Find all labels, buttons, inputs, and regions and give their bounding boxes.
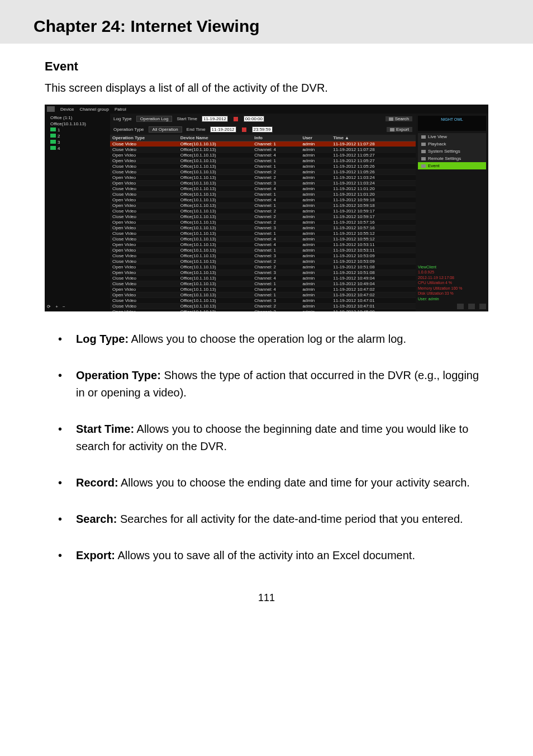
table-cell: admin xyxy=(300,304,331,309)
export-button-label: Export xyxy=(396,127,409,132)
bullet-term: Log Type: xyxy=(76,333,129,345)
tab-label: Remote Settings xyxy=(428,156,461,161)
table-row[interactable]: Open VideoOffice(10.1.10.13)Channel: 2ad… xyxy=(110,220,416,225)
table-row[interactable]: Open VideoOffice(10.1.10.13)Channel: 4ad… xyxy=(110,242,416,248)
table-cell: Open Video xyxy=(110,248,178,253)
page-number: 111 xyxy=(45,592,488,604)
table-row[interactable]: Close VideoOffice(10.1.10.13)Channel: 4a… xyxy=(110,237,416,242)
table-cell: 11-19-2012 10:55:12 xyxy=(331,237,416,242)
topbar-tab[interactable]: Device xyxy=(60,107,74,112)
table-row[interactable]: Close VideoOffice(10.1.10.13)Channel: 4a… xyxy=(110,147,416,153)
table-cell: Office(10.1.10.13) xyxy=(178,259,253,264)
table-row[interactable]: Close VideoOffice(10.1.10.13)Channel: 4a… xyxy=(110,186,416,192)
table-row[interactable]: Close VideoOffice(10.1.10.13)Channel: 3a… xyxy=(110,253,416,259)
table-header-cell[interactable]: User xyxy=(300,135,331,141)
topbar-tab[interactable]: Channel group xyxy=(79,107,108,112)
device-list[interactable]: Office (1:1) Office(10.1.10.13) 1 2 3 4 xyxy=(47,115,108,152)
table-row[interactable]: Open VideoOffice(10.1.10.13)Channel: 4ad… xyxy=(110,153,416,158)
device-root[interactable]: Office (1:1) xyxy=(47,115,108,121)
end-time-input[interactable]: 23:59:59 xyxy=(252,126,273,133)
table-cell: 11-19-2012 10:53:11 xyxy=(331,242,416,248)
bullet-item: Record: Allows you to choose the ending … xyxy=(45,474,488,492)
table-row[interactable]: Open VideoOffice(10.1.10.13)Channel: 3ad… xyxy=(110,309,416,312)
op-type-label: Operation Type xyxy=(113,127,144,132)
table-row[interactable]: Open VideoOffice(10.1.10.13)Channel: 1ad… xyxy=(110,248,416,253)
table-row[interactable]: Open VideoOffice(10.1.10.13)Channel: 4ad… xyxy=(110,197,416,203)
table-header-cell[interactable]: Device Name xyxy=(178,135,253,141)
channel-item[interactable]: 2 xyxy=(47,133,108,139)
table-cell: Channel: 4 xyxy=(252,237,300,242)
table-cell: 11-19-2012 10:59:17 xyxy=(331,214,416,220)
lock-icon[interactable] xyxy=(468,304,475,309)
right-tab-remote-settings[interactable]: Remote Settings xyxy=(418,155,486,162)
right-tab-system-settings[interactable]: System Settings xyxy=(418,148,486,155)
table-row[interactable]: Close VideoOffice(10.1.10.13)Channel: 2a… xyxy=(110,259,416,264)
table-row[interactable]: Close VideoOffice(10.1.10.13)Channel: 2a… xyxy=(110,169,416,175)
bullet-term: Export: xyxy=(76,549,115,561)
tree-controls[interactable]: ⟳ + − xyxy=(47,304,67,309)
table-row[interactable]: Open VideoOffice(10.1.10.13)Channel: 1ad… xyxy=(110,158,416,164)
table-row[interactable]: Close VideoOffice(10.1.10.13)Channel: 2a… xyxy=(110,214,416,220)
table-row[interactable]: Open VideoOffice(10.1.10.13)Channel: 3ad… xyxy=(110,270,416,276)
table-header-cell[interactable]: Info xyxy=(252,135,300,141)
calendar-icon[interactable] xyxy=(234,117,238,121)
table-row[interactable]: Open VideoOffice(10.1.10.13)Channel: 2ad… xyxy=(110,175,416,181)
table-cell: Channel: 1 xyxy=(252,141,300,147)
table-row[interactable]: Open VideoOffice(10.1.10.13)Channel: 2ad… xyxy=(110,264,416,270)
table-cell: admin xyxy=(300,220,331,225)
right-tab-live-view[interactable]: Live View xyxy=(418,133,486,140)
channel-item[interactable]: 1 xyxy=(47,127,108,133)
table-cell: admin xyxy=(300,253,331,259)
table-row[interactable]: Close VideoOffice(10.1.10.13)Channel: 1a… xyxy=(110,231,416,237)
right-tab-playback[interactable]: Playback xyxy=(418,140,486,148)
op-type-select[interactable]: All Operation xyxy=(149,126,182,133)
table-cell: Office(10.1.10.13) xyxy=(178,214,253,220)
table-row[interactable]: Open VideoOffice(10.1.10.13)Channel: 4ad… xyxy=(110,287,416,292)
table-row[interactable]: Close VideoOffice(10.1.10.13)Channel: 1a… xyxy=(110,281,416,287)
table-cell: 11-19-2012 10:51:08 xyxy=(331,264,416,270)
power-icon[interactable] xyxy=(479,304,486,309)
table-header-cell[interactable]: Time ▲ xyxy=(331,135,416,141)
search-button[interactable]: Search xyxy=(386,116,412,121)
channel-item[interactable]: 3 xyxy=(47,139,108,145)
keyboard-icon[interactable] xyxy=(457,304,464,309)
table-cell: admin xyxy=(300,259,331,264)
stat-line: Memory Utilization 100 % xyxy=(418,286,486,291)
table-header-row: Operation TypeDevice NameInfoUserTime ▲ xyxy=(110,135,416,141)
topbar-tab[interactable]: Patrol xyxy=(115,107,126,112)
device-expanded[interactable]: Office(10.1.10.13) xyxy=(47,121,108,127)
table-row[interactable]: Close VideoOffice(10.1.10.13)Channel: 4a… xyxy=(110,276,416,281)
table-header-cell[interactable]: Operation Type xyxy=(110,135,178,141)
table-row[interactable]: Close VideoOffice(10.1.10.13)Channel: 1a… xyxy=(110,141,416,147)
table-row[interactable]: Open VideoOffice(10.1.10.13)Channel: 1ad… xyxy=(110,292,416,298)
table-cell: admin xyxy=(300,181,331,186)
stat-line: CPU Utilization 4 % xyxy=(418,280,486,285)
calendar-icon[interactable] xyxy=(242,127,246,132)
table-row[interactable]: Close VideoOffice(10.1.10.13)Channel: 2a… xyxy=(110,209,416,214)
log-type-select[interactable]: Operation Log xyxy=(136,116,173,122)
start-date-input[interactable]: 11-19-2012 xyxy=(202,116,228,122)
bullet-term: Search: xyxy=(76,513,117,525)
table-row[interactable]: Open VideoOffice(10.1.10.13)Channel: 3ad… xyxy=(110,181,416,186)
table-cell: Channel: 2 xyxy=(252,304,300,309)
bullet-item: Search: Searches for all activity for th… xyxy=(45,511,488,528)
table-row[interactable]: Open VideoOffice(10.1.10.13)Channel: 3ad… xyxy=(110,225,416,231)
table-row[interactable]: Close VideoOffice(10.1.10.13)Channel: 1a… xyxy=(110,192,416,197)
log-type-label: Log Type xyxy=(113,116,132,121)
user-label: User: admin xyxy=(418,296,486,301)
channel-item[interactable]: 4 xyxy=(47,145,108,152)
table-cell: admin xyxy=(300,292,331,298)
table-row[interactable]: Close VideoOffice(10.1.10.13)Channel: 2a… xyxy=(110,304,416,309)
table-cell: Open Video xyxy=(110,203,178,209)
right-tab-event[interactable]: Event xyxy=(418,162,486,169)
table-row[interactable]: Open VideoOffice(10.1.10.13)Channel: 1ad… xyxy=(110,203,416,209)
table-cell: Close Video xyxy=(110,304,178,309)
export-button[interactable]: Export xyxy=(387,127,412,132)
end-date-input[interactable]: 11-19-2012 xyxy=(210,126,236,133)
table-row[interactable]: Close VideoOffice(10.1.10.13)Channel: 3a… xyxy=(110,298,416,304)
start-time-input[interactable]: 00:00:00 xyxy=(244,116,264,122)
screenshot-topbar: Device Channel group Patrol xyxy=(45,105,488,114)
table-row[interactable]: Close VideoOffice(10.1.10.13)Channel: 1a… xyxy=(110,164,416,169)
search-icon xyxy=(389,117,393,121)
table-cell: Office(10.1.10.13) xyxy=(178,186,253,192)
